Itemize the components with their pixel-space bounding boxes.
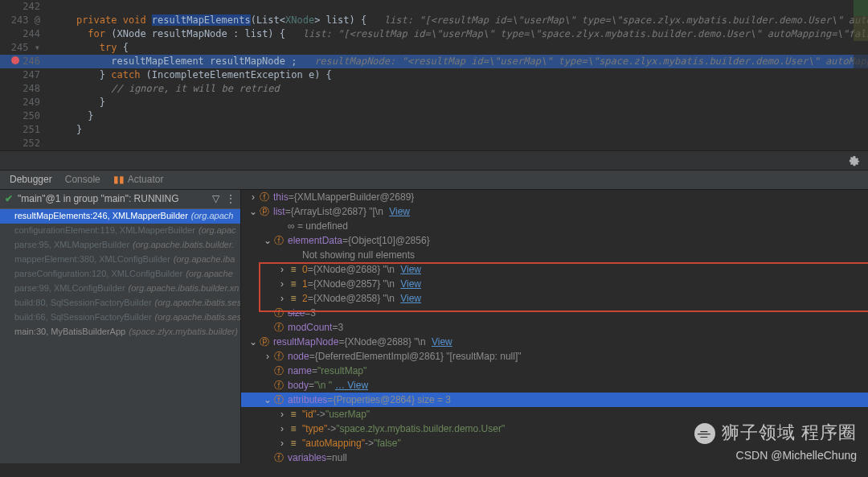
view-link[interactable]: View [400,278,421,290]
debug-tabs: Debugger Console ▮▮Actuator [0,171,868,190]
stack-frame[interactable]: configurationElement:119, XMLMapperBuild… [0,224,240,238]
code-line[interactable]: 250 } [0,109,868,123]
check-icon: ✔ [5,192,13,206]
expand-icon[interactable] [264,364,272,378]
filter-icon[interactable]: ▽ [212,192,219,206]
minimap[interactable] [854,0,868,137]
stack-frame[interactable]: parse:95, XMLMapperBuilder(org.apache.ib… [0,238,240,253]
variable-row[interactable]: Not showing null elements [241,248,868,262]
var-type-icon: ⓕ [273,306,285,320]
expand-icon[interactable]: › [278,422,286,436]
var-type-icon: ≡ [288,263,299,277]
variable-row[interactable]: ›≡2 = {XNode@2858} "\n View [241,291,868,306]
var-type-icon: ⓕ [273,234,285,248]
code-line[interactable]: 242 [0,0,868,14]
breakpoint-icon[interactable] [11,56,19,64]
variable-row[interactable]: ⌄ⓟresultMapNode = {XNode@2688} "\n View [241,335,868,349]
gear-icon[interactable] [849,155,860,167]
code-line[interactable]: 245 ▾ try { [0,41,868,55]
var-type-icon: ⓕ [273,379,285,393]
variable-row[interactable]: ›≡0 = {XNode@2688} "\n View [241,262,868,277]
view-link[interactable]: … View [335,379,368,393]
code-line[interactable]: 247 } catch (IncompleteElementException … [0,68,868,82]
variable-row[interactable]: ›≡"id" -> "userMap" [241,407,868,421]
expand-icon[interactable] [264,306,272,320]
variable-row[interactable]: ⓕbody = "\n "… View [241,378,868,393]
expand-icon[interactable]: ⌄ [249,205,257,219]
actuator-icon: ▮▮ [113,174,125,185]
code-line[interactable]: 252 [0,137,868,150]
stack-frame[interactable]: resultMapElements:246, XMLMapperBuilder(… [0,209,240,224]
code-line[interactable]: 244 for (XNode resultMapNode : list) { l… [0,27,868,41]
expand-icon[interactable]: › [278,263,286,277]
code-line[interactable]: 251 } [0,123,868,137]
variable-row[interactable]: ⌄ⓕattributes = {Properties@2864} size = … [241,393,868,407]
editor-toolbar [0,150,868,170]
gutter: 245 ▾ [0,41,50,55]
debug-panel: Debugger Console ▮▮Actuator ✔ "main"@1 i… [0,170,868,463]
expand-icon[interactable]: › [278,278,286,291]
stack-frame[interactable]: build:80, SqlSessionFactoryBuilder(org.a… [0,296,240,310]
stack-frame[interactable]: main:30, MyBatisBuilderApp(space.zlyx.my… [0,325,240,339]
gutter: 246 [0,55,50,68]
expand-icon[interactable]: › [249,191,257,204]
expand-icon[interactable] [264,321,272,335]
variable-row[interactable]: ⌄ⓕelementData= {Object[10]@2856} [241,233,868,248]
expand-icon[interactable] [278,249,286,262]
stack-frame[interactable]: parseConfiguration:120, XMLConfigBuilder… [0,267,240,282]
expand-icon[interactable]: › [278,292,286,306]
tab-actuator[interactable]: ▮▮Actuator [113,173,164,187]
variable-row[interactable]: ⓕvariables = null [241,450,868,463]
var-type-icon: ⓕ [273,393,285,407]
expand-icon[interactable]: › [278,408,286,421]
stack-frame[interactable]: build:66, SqlSessionFactoryBuilder(org.a… [0,310,240,325]
code-line[interactable]: 249 } [0,96,868,109]
expand-icon[interactable]: ⌄ [264,393,272,407]
variable-row[interactable]: ⓕname = "resultMap" [241,364,868,378]
expand-icon[interactable]: ⌄ [249,335,257,349]
expand-icon[interactable] [264,220,272,233]
code-line[interactable]: 243 @ private void resultMapElements(Lis… [0,14,868,27]
variable-row[interactable]: ∞ = undefined [241,219,868,233]
code-line[interactable]: 246 resultMapElement resultMapNode ; res… [0,55,868,68]
variable-row[interactable]: ›≡"type" -> "space.zlyx.mybatis.builder.… [241,421,868,436]
expand-icon[interactable]: › [278,437,286,450]
variable-row[interactable]: ⌄ⓟlist= {ArrayList@2687} "[\n View [241,204,868,219]
variable-row[interactable]: ›ⓕnode = {DeferredElementImpl@2861} "[re… [241,349,868,364]
var-type-icon: ⓕ [273,364,285,378]
view-link[interactable]: View [389,206,410,217]
gutter: 243 @ [0,14,50,27]
gutter: 252 [0,137,50,150]
var-type-icon: ⓟ [259,335,270,349]
expand-icon[interactable]: › [264,350,272,364]
view-link[interactable]: View [400,293,421,304]
view-link[interactable]: View [400,264,421,275]
variable-row[interactable]: ›ⓕthis= {XMLMapperBuilder@2689} [241,190,868,204]
tab-debugger[interactable]: Debugger [10,173,52,187]
tab-console[interactable]: Console [65,173,100,187]
expand-icon[interactable] [264,379,272,393]
gutter: 248 [0,82,50,96]
variable-row[interactable]: ⓕmodCount = 3 [241,320,868,335]
expand-icon[interactable]: ⌄ [264,234,272,248]
var-type-icon: ≡ [288,278,299,291]
gutter: 242 [0,0,50,14]
variable-row[interactable]: ⓕsize = 3 [241,306,868,320]
gutter: 249 [0,96,50,109]
var-type-icon: ≡ [288,292,299,306]
stack-frame[interactable]: mapperElement:380, XMLConfigBuilder(org.… [0,253,240,267]
code-line[interactable]: 248 // ignore, it will be retried [0,82,868,96]
more-icon[interactable]: ⋮ [226,192,235,206]
variable-row[interactable]: ›≡"autoMapping" -> "false" [241,436,868,450]
var-type-icon: ≡ [288,408,299,421]
view-link[interactable]: View [432,336,452,347]
thread-status-bar[interactable]: ✔ "main"@1 in group "main": RUNNING ▽ ⋮ [0,190,240,209]
gutter: 244 [0,27,50,41]
expand-icon[interactable] [264,451,272,463]
stack-frame[interactable]: parse:99, XMLConfigBuilder(org.apache.ib… [0,282,240,296]
variables-pane[interactable]: ›ⓕthis= {XMLMapperBuilder@2689}⌄ⓟlist= {… [241,190,868,463]
variable-row[interactable]: ›≡1 = {XNode@2857} "\n View [241,277,868,291]
code-editor[interactable]: 242243 @ private void resultMapElements(… [0,0,868,150]
var-type-icon: ≡ [288,437,299,450]
frames-pane[interactable]: ✔ "main"@1 in group "main": RUNNING ▽ ⋮ … [0,190,241,463]
